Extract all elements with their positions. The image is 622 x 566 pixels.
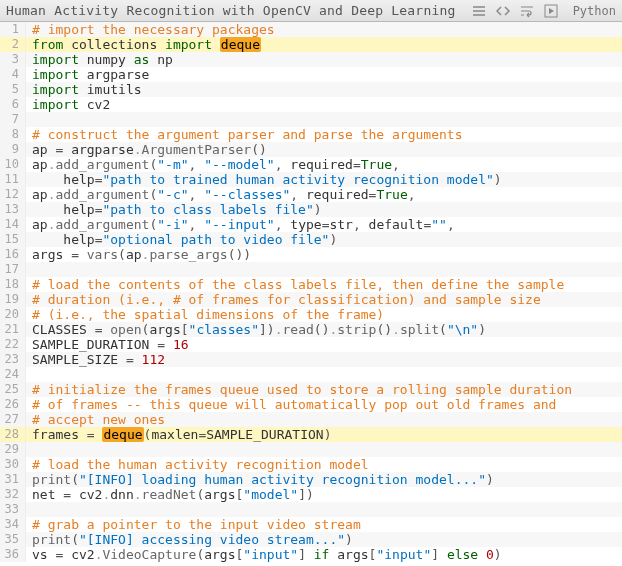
line-number: 32 [0,487,26,502]
title-bar: Human Activity Recognition with OpenCV a… [0,0,622,22]
code-line[interactable]: 25# initialize the frames queue used to … [0,382,622,397]
code-line[interactable]: 3import numpy as np [0,52,622,67]
code-content: import argparse [26,67,622,82]
code-line[interactable]: 24 [0,367,622,382]
line-number: 21 [0,322,26,337]
code-line[interactable]: 32net = cv2.dnn.readNet(args["model"]) [0,487,622,502]
code-content: CLASSES = open(args["classes"]).read().s… [26,322,622,337]
line-number: 18 [0,277,26,292]
code-line[interactable]: 20# (i.e., the spatial dimensions of the… [0,307,622,322]
wrap-icon[interactable] [519,3,535,19]
code-line[interactable]: 15 help="optional path to video file") [0,232,622,247]
code-line[interactable]: 11 help="path to trained human activity … [0,172,622,187]
code-line[interactable]: 14ap.add_argument("-i", "--input", type=… [0,217,622,232]
code-line[interactable]: 34# grab a pointer to the input video st… [0,517,622,532]
code-content: import cv2 [26,97,622,112]
code-line[interactable]: 33 [0,502,622,517]
code-content: # grab a pointer to the input video stre… [26,517,622,532]
line-number: 2 [0,37,26,52]
code-content: net = cv2.dnn.readNet(args["model"]) [26,487,622,502]
code-line[interactable]: 23SAMPLE_SIZE = 112 [0,352,622,367]
code-line[interactable]: 35print("[INFO] accessing video stream..… [0,532,622,547]
line-number: 26 [0,397,26,412]
code-line[interactable]: 26# of frames -- this queue will automat… [0,397,622,412]
code-line[interactable]: 13 help="path to class labels file") [0,202,622,217]
code-line[interactable]: 5import imutils [0,82,622,97]
code-line[interactable]: 16args = vars(ap.parse_args()) [0,247,622,262]
code-line[interactable]: 9ap = argparse.ArgumentParser() [0,142,622,157]
code-content: # import the necessary packages [26,22,622,37]
code-content [26,442,622,457]
code-line[interactable]: 28frames = deque(maxlen=SAMPLE_DURATION) [0,427,622,442]
code-content: # initialize the frames queue used to st… [26,382,622,397]
line-number: 4 [0,67,26,82]
line-number: 24 [0,367,26,382]
code-content: ap.add_argument("-i", "--input", type=st… [26,217,622,232]
line-number: 36 [0,547,26,562]
code-content: ap.add_argument("-c", "--classes", requi… [26,187,622,202]
code-content: ap = argparse.ArgumentParser() [26,142,622,157]
code-content: print("[INFO] accessing video stream..."… [26,532,622,547]
menu-icon[interactable] [471,3,487,19]
code-line[interactable]: 21CLASSES = open(args["classes"]).read()… [0,322,622,337]
code-line[interactable]: 4import argparse [0,67,622,82]
line-number: 16 [0,247,26,262]
code-content: from collections import deque [26,37,622,52]
code-content: vs = cv2.VideoCapture(args["input"] if a… [26,547,622,562]
code-line[interactable]: 18# load the contents of the class label… [0,277,622,292]
line-number: 31 [0,472,26,487]
line-number: 9 [0,142,26,157]
line-number: 35 [0,532,26,547]
window-title: Human Activity Recognition with OpenCV a… [6,3,471,18]
line-number: 22 [0,337,26,352]
line-number: 12 [0,187,26,202]
line-number: 23 [0,352,26,367]
code-content: help="path to trained human activity rec… [26,172,622,187]
code-content: SAMPLE_DURATION = 16 [26,337,622,352]
run-icon[interactable] [543,3,559,19]
line-number: 28 [0,427,26,442]
code-content: # of frames -- this queue will automatic… [26,397,622,412]
line-number: 1 [0,22,26,37]
code-line[interactable]: 7 [0,112,622,127]
code-line[interactable]: 2from collections import deque [0,37,622,52]
code-line[interactable]: 6import cv2 [0,97,622,112]
code-editor[interactable]: 1# import the necessary packages2from co… [0,22,622,566]
code-content: # accept new ones [26,412,622,427]
code-line[interactable]: 19# duration (i.e., # of frames for clas… [0,292,622,307]
code-line[interactable]: 10ap.add_argument("-m", "--model", requi… [0,157,622,172]
line-number: 13 [0,202,26,217]
code-line[interactable]: 27# accept new ones [0,412,622,427]
code-content: # construct the argument parser and pars… [26,127,622,142]
code-content: # load the contents of the class labels … [26,277,622,292]
code-content: # duration (i.e., # of frames for classi… [26,292,622,307]
line-number: 15 [0,232,26,247]
code-line[interactable]: 8# construct the argument parser and par… [0,127,622,142]
line-number: 8 [0,127,26,142]
code-content: frames = deque(maxlen=SAMPLE_DURATION) [26,427,622,442]
code-line[interactable]: 29 [0,442,622,457]
code-content: args = vars(ap.parse_args()) [26,247,622,262]
code-line[interactable]: 17 [0,262,622,277]
code-line[interactable]: 22SAMPLE_DURATION = 16 [0,337,622,352]
code-content [26,367,622,382]
language-label[interactable]: Python [573,4,616,18]
code-content: help="optional path to video file") [26,232,622,247]
code-content: # (i.e., the spatial dimensions of the f… [26,307,622,322]
code-line[interactable]: 30# load the human activity recognition … [0,457,622,472]
line-number: 5 [0,82,26,97]
code-line[interactable]: 36vs = cv2.VideoCapture(args["input"] if… [0,547,622,562]
line-number: 20 [0,307,26,322]
code-line[interactable]: 1# import the necessary packages [0,22,622,37]
code-content: # load the human activity recognition mo… [26,457,622,472]
code-line[interactable]: 12ap.add_argument("-c", "--classes", req… [0,187,622,202]
line-number: 27 [0,412,26,427]
code-content [26,502,622,517]
code-content: help="path to class labels file") [26,202,622,217]
line-number: 34 [0,517,26,532]
code-line[interactable]: 31print("[INFO] loading human activity r… [0,472,622,487]
code-icon[interactable] [495,3,511,19]
line-number: 33 [0,502,26,517]
code-content [26,112,622,127]
line-number: 3 [0,52,26,67]
